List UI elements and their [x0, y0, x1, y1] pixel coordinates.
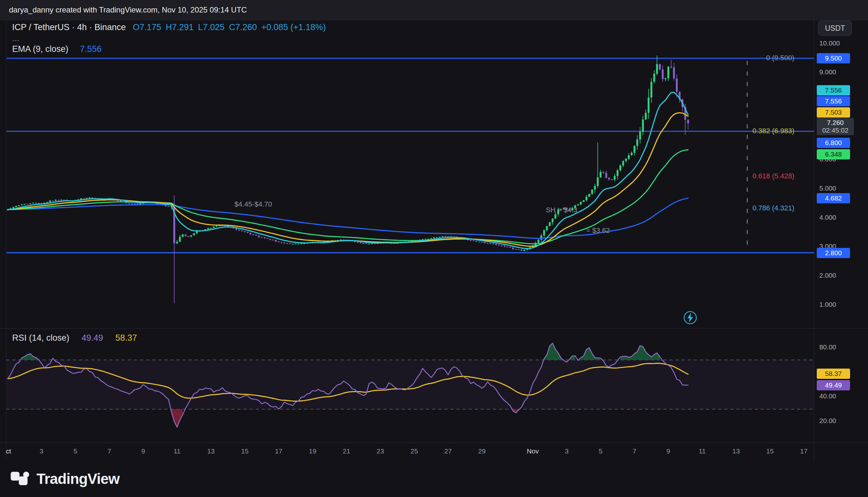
axis-tick: 1.000	[819, 301, 836, 308]
price-badge: 6.800	[817, 138, 850, 148]
time-label: 21	[343, 448, 350, 455]
flash-boost-icon[interactable]	[683, 310, 698, 325]
horizontal-lines-layer	[6, 58, 814, 253]
time-label: 7	[632, 448, 637, 455]
price-badge: 9.500	[817, 53, 850, 63]
time-label: 5	[599, 448, 602, 455]
current-price-label: 7.260 02:45:02	[817, 118, 854, 135]
price-badge: 6.348	[817, 149, 850, 159]
price-badge: 58.37	[817, 369, 850, 379]
fib-level-0: 0 (9.500)	[766, 54, 794, 62]
time-label: 17	[275, 448, 282, 455]
ema-lines-layer	[8, 92, 688, 248]
price-range-annotation: $4.45-$4.70	[234, 200, 272, 209]
time-label: 3	[565, 448, 569, 455]
level-annotation: = $3.62	[586, 226, 610, 235]
time-label: 9	[141, 448, 145, 455]
time-label: ct	[6, 448, 11, 455]
tradingview-logo-icon[interactable]	[10, 471, 30, 487]
time-label: 3	[40, 448, 44, 455]
topbar-divider	[0, 20, 868, 20]
bar-countdown: 02:45:02	[817, 127, 854, 134]
time-label: 19	[309, 448, 316, 455]
price-chart-svg	[0, 0, 868, 497]
time-label: 27	[444, 448, 452, 455]
fib-level-382: 0.382 (6.983)	[752, 127, 794, 135]
candles-layer	[7, 55, 689, 303]
axis-tick: 4.000	[819, 214, 836, 221]
plot-left-border	[6, 20, 6, 460]
price-badge: 7.503	[817, 107, 850, 117]
time-label: 5	[74, 448, 77, 455]
time-label: 25	[411, 448, 418, 455]
axis-tick: 80.00	[819, 343, 836, 351]
time-label: 13	[207, 448, 215, 455]
price-badge: 7.556	[817, 96, 850, 106]
price-badge: 2.800	[817, 248, 850, 258]
time-label: 9	[667, 448, 670, 455]
tradingview-logo-text[interactable]: TradingView	[37, 470, 119, 487]
price-badge: 49.49	[817, 380, 850, 390]
time-label: Nov	[527, 448, 539, 455]
time-label: 11	[699, 448, 706, 455]
time-label: 7	[107, 448, 111, 455]
axis-tick: 9.000	[819, 68, 836, 76]
axis-tick: 20.00	[819, 417, 836, 425]
time-label: 13	[732, 448, 740, 455]
pane-divider	[0, 328, 868, 329]
swing-high-annotation: SH = $4.3	[546, 206, 577, 214]
time-label: 15	[766, 448, 773, 455]
currency-toggle-button[interactable]: USDT	[818, 20, 852, 36]
fib-level-786: 0.786 (4.321)	[752, 204, 794, 212]
axis-tick: 5.000	[819, 184, 836, 192]
price-badge: 7.556	[817, 85, 850, 96]
time-label: 17	[800, 448, 808, 455]
rsi-band-layer	[6, 360, 814, 409]
time-label: 15	[241, 448, 248, 455]
price-axis[interactable]: 7.260 02:45:02 10.0009.0008.0007.0006.00…	[814, 20, 868, 460]
time-label: 11	[174, 448, 181, 455]
axis-tick: 40.00	[819, 392, 836, 400]
current-price: 7.260	[817, 119, 854, 127]
time-label: 29	[478, 448, 486, 455]
price-badge: 4.682	[817, 193, 850, 203]
axis-tick: 2.000	[819, 272, 836, 279]
fib-level-618: 0.618 (5.428)	[752, 172, 794, 180]
time-axis[interactable]: ct357911131517192123252729Nov35791113151…	[0, 443, 868, 460]
time-label: 23	[377, 448, 384, 455]
bottom-bar: TradingView	[0, 460, 868, 497]
axis-tick: 10.000	[819, 39, 840, 47]
